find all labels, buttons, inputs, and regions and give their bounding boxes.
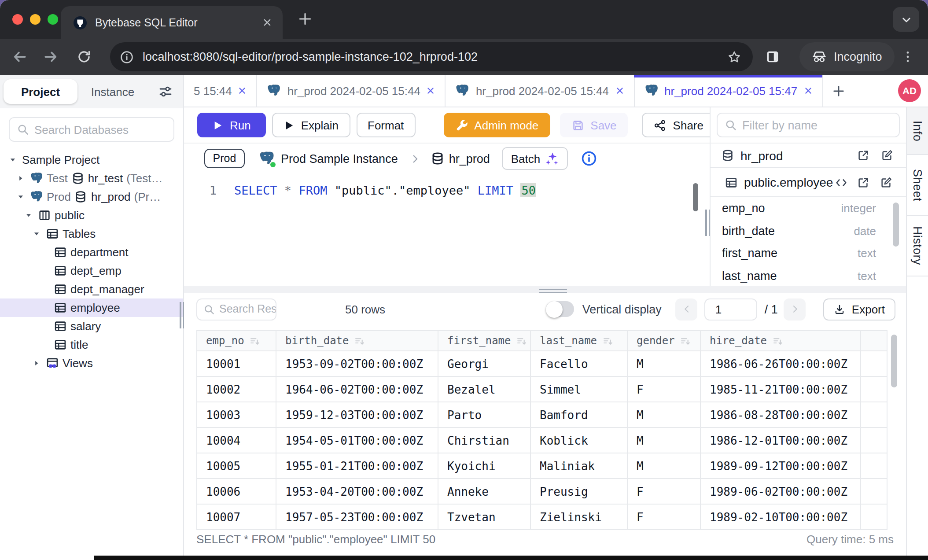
results-row[interactable]: 100041954-05-01T00:00:00ZChirstianKoblic…	[197, 428, 887, 453]
database-search[interactable]	[9, 117, 174, 142]
table-row-header[interactable]: public.employee	[711, 168, 906, 197]
editor-tab[interactable]: 5 15:44	[184, 75, 258, 107]
browser-tab[interactable]: Bytebase SQL Editor	[61, 6, 283, 39]
browser-menu-icon[interactable]	[901, 49, 915, 64]
results-header-cell[interactable]: gender	[628, 331, 701, 350]
export-button[interactable]: Export	[824, 298, 895, 320]
database-search-input[interactable]	[34, 123, 173, 136]
sort-icon[interactable]	[602, 335, 614, 346]
results-row[interactable]: 100051955-01-21T00:00:00ZKyoichiMaliniak…	[197, 453, 887, 479]
open-external-icon[interactable]	[857, 149, 870, 162]
tree-item[interactable]: dept_manager	[0, 280, 183, 298]
tab-project[interactable]: Project	[4, 79, 77, 104]
run-button[interactable]: Run	[197, 113, 266, 137]
page-input[interactable]	[705, 298, 758, 320]
schema-filter[interactable]	[717, 113, 900, 137]
sort-icon[interactable]	[516, 335, 528, 346]
editor-scrollbar[interactable]	[693, 183, 698, 211]
sort-icon[interactable]	[680, 335, 692, 346]
tree-item[interactable]: Prodhr_prod(Pr…	[0, 188, 183, 206]
column-item[interactable]: birth_datedate	[711, 220, 906, 242]
caret-down-icon[interactable]	[25, 211, 33, 219]
caret-down-icon[interactable]	[17, 193, 25, 201]
caret-right-icon[interactable]	[17, 174, 25, 182]
column-item[interactable]: first_nametext	[711, 242, 906, 265]
tree-item[interactable]: public	[0, 206, 183, 225]
tab-close-icon[interactable]	[262, 18, 272, 27]
column-item[interactable]: last_nametext	[711, 265, 906, 286]
caret-right-icon[interactable]	[31, 359, 42, 367]
avatar[interactable]: AD	[898, 79, 921, 102]
database-row[interactable]: hr_prod	[711, 144, 906, 168]
tree-item[interactable]: salary	[0, 317, 183, 335]
schema-filter-input[interactable]	[742, 118, 899, 132]
tab-close-icon[interactable]	[238, 86, 247, 95]
vertical-display-toggle[interactable]	[546, 301, 574, 317]
divider-grip-icon[interactable]	[539, 288, 906, 293]
tree-item[interactable]: Tables	[0, 225, 183, 243]
results-divider[interactable]	[184, 286, 906, 293]
results-header-cell[interactable]: last_name	[531, 331, 628, 350]
side-panel-icon[interactable]	[765, 49, 780, 64]
sort-icon[interactable]	[250, 335, 261, 346]
caret-right-icon[interactable]	[15, 174, 26, 182]
new-query-tab-button[interactable]	[832, 84, 845, 97]
code-icon[interactable]	[835, 176, 848, 189]
edit-icon[interactable]	[880, 149, 894, 162]
batch-button[interactable]: Batch	[502, 147, 568, 170]
reload-icon[interactable]	[77, 49, 92, 64]
results-search-input[interactable]	[219, 303, 276, 315]
edit-icon[interactable]	[880, 176, 893, 189]
tab-close-icon[interactable]	[615, 86, 624, 95]
caret-down-icon[interactable]	[9, 156, 17, 164]
sort-icon[interactable]	[354, 335, 366, 346]
traffic-minimize-icon[interactable]	[30, 14, 41, 25]
results-row[interactable]: 100031959-12-03T00:00:00ZPartoBamfordM19…	[197, 402, 887, 428]
tree-item[interactable]: title	[0, 335, 183, 354]
save-button[interactable]: Save	[560, 113, 628, 137]
results-header-cell[interactable]: first_name	[438, 331, 531, 350]
tree-item[interactable]: department	[0, 243, 183, 262]
prev-page-button[interactable]	[676, 298, 698, 320]
results-header-cell[interactable]: birth_date	[276, 331, 438, 350]
tab-instance[interactable]: Instance	[77, 85, 148, 98]
new-tab-button[interactable]	[298, 11, 313, 26]
sort-icon[interactable]	[772, 335, 784, 346]
editor-tab[interactable]: hr_prod 2024-02-05 15:47	[634, 75, 823, 107]
results-row[interactable]: 100071957-05-23T00:00:00ZTzvetanZielinsk…	[197, 505, 887, 530]
tree-item[interactable]: dept_emp	[0, 262, 183, 280]
open-external-icon[interactable]	[857, 176, 870, 189]
bookmark-star-icon[interactable]	[727, 50, 741, 64]
caret-right-icon[interactable]	[33, 359, 41, 367]
traffic-zoom-icon[interactable]	[48, 14, 58, 25]
results-search[interactable]	[196, 298, 276, 320]
results-row[interactable]: 100021964-06-02T00:00:00ZBezalelSimmelF1…	[197, 377, 887, 402]
tab-close-icon[interactable]	[803, 86, 812, 95]
caret-down-icon[interactable]	[7, 156, 18, 164]
editor-tab[interactable]: hr_prod 2024-02-05 15:44	[258, 75, 446, 107]
database-name[interactable]: hr_prod	[449, 152, 490, 165]
explain-button[interactable]: Explain	[272, 113, 350, 137]
site-info-icon[interactable]	[120, 50, 134, 64]
tree-item[interactable]: Views	[0, 354, 183, 372]
sql-editor[interactable]: 1 SELECT * FROM "public"."employee" LIMI…	[184, 173, 710, 286]
results-row[interactable]: 100011953-09-02T00:00:00ZGeorgiFacelloM1…	[197, 351, 887, 377]
caret-down-icon[interactable]	[23, 211, 34, 219]
instance-name[interactable]: Prod Sample Instance	[281, 152, 398, 165]
results-header-cell[interactable]: hire_date	[701, 331, 861, 350]
column-item[interactable]: emp_nointeger	[711, 197, 906, 220]
results-header-cell[interactable]: emp_no	[197, 331, 276, 350]
next-page-button[interactable]	[784, 298, 806, 320]
tree-item[interactable]: employee	[0, 298, 183, 317]
side-tab-info[interactable]: Info	[907, 107, 928, 155]
side-tab-history[interactable]: History	[907, 216, 928, 276]
tab-close-icon[interactable]	[427, 86, 435, 95]
info-circle-icon[interactable]	[581, 151, 597, 166]
editor-tab[interactable]: hr_prod 2024-02-05 15:44	[446, 75, 634, 107]
caret-down-icon[interactable]	[33, 230, 41, 238]
side-tab-sheet[interactable]: Sheet	[907, 155, 928, 216]
forward-icon[interactable]	[43, 49, 58, 64]
caret-down-icon[interactable]	[31, 230, 42, 238]
tree-item[interactable]: Sample Project	[0, 151, 183, 169]
panel-scrollbar[interactable]	[893, 203, 899, 247]
